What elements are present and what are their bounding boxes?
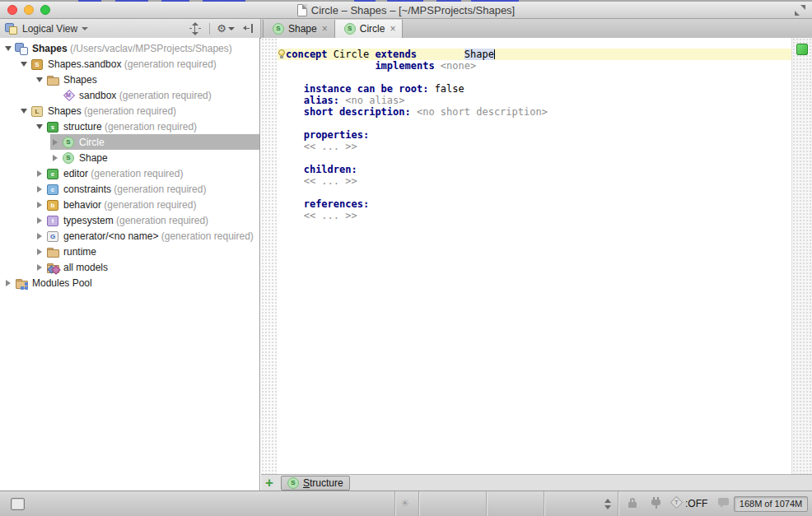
code-segment: references: [304, 198, 369, 210]
tree-item-suffix: (generation required) [101, 199, 196, 211]
tree-expand-closed-icon[interactable] [35, 228, 44, 244]
modules-pool-icon [15, 277, 29, 290]
scroll-from-source-icon[interactable] [189, 23, 201, 35]
code-segment [411, 106, 417, 118]
tree-expand-open-icon[interactable] [3, 40, 13, 56]
concept-editor[interactable]: concept Circle extends Shape implements … [261, 38, 812, 474]
tree-row-editor[interactable]: eeditor (generation required) [0, 165, 259, 181]
chevron-down-icon[interactable] [82, 27, 88, 30]
tool-row: Logical View ⚙ SShape×SCircle× [0, 19, 812, 39]
tree-item-label: Shapes [63, 74, 97, 86]
tree-row-constraints[interactable]: cconstraints (generation required) [0, 181, 259, 197]
project-tree[interactable]: Shapes (/Users/vaclav/MPSProjects/Shapes… [0, 38, 260, 490]
close-tab-icon[interactable]: × [390, 24, 395, 34]
code-segment [286, 106, 304, 118]
main-area: Shapes (/Users/vaclav/MPSProjects/Shapes… [0, 38, 812, 490]
project-icon [15, 42, 29, 55]
editor-column: concept Circle extends Shape implements … [261, 38, 812, 490]
tree-item-label: runtime [63, 246, 96, 258]
editor-tab-circle[interactable]: SCircle× [335, 20, 404, 38]
aspect-constraints-icon: c [46, 183, 60, 196]
add-aspect-button[interactable]: + [261, 476, 278, 490]
tree-item-label: Shape [79, 152, 108, 164]
tree-row-behavior[interactable]: bbehavior (generation required) [0, 197, 259, 212]
tree-expand-closed-icon[interactable] [35, 181, 44, 197]
tree-item-suffix: (generation required) [121, 58, 216, 70]
tree-expand-closed-icon[interactable] [35, 165, 44, 181]
tree-item-suffix: (generation required) [82, 105, 176, 117]
intention-bulb-icon[interactable] [278, 49, 286, 59]
notification-bubble-icon[interactable] [718, 498, 729, 505]
tree-row-shapes[interactable]: Shapes [0, 72, 259, 87]
close-window-button[interactable] [7, 5, 17, 15]
concept-icon: S [62, 151, 76, 165]
tree-item-label: all models [63, 262, 108, 273]
memory-indicator[interactable]: 168M of 1074M [734, 496, 808, 512]
tree-item-label: behavior [63, 199, 101, 211]
document-icon [297, 4, 307, 16]
minimize-window-button[interactable] [24, 5, 34, 15]
tree-expand-open-icon[interactable] [19, 103, 29, 119]
tree-item-label: Modules Pool [32, 277, 92, 289]
typesystem-status[interactable]: :OFF [685, 498, 707, 509]
tree-expand-closed-icon[interactable] [35, 259, 44, 275]
stepper-arrows-icon[interactable] [604, 499, 612, 509]
tree-row-generator-no-name[interactable]: Ggenerator/<no name> (generation require… [0, 228, 259, 244]
code-line: << ... >> [278, 141, 792, 152]
mps-ide-window: Circle – Shapes – [~/MPSProjects/Shapes]… [0, 0, 812, 516]
tree-expand-closed-icon[interactable] [35, 244, 44, 259]
hide-panel-icon[interactable] [243, 23, 254, 34]
tree-row-structure[interactable]: sstructure (generation required) [0, 119, 259, 134]
tree-row-circle[interactable]: SCircle [0, 134, 259, 150]
language-icon: L [30, 105, 44, 118]
lock-icon[interactable] [628, 498, 637, 509]
code-area[interactable]: concept Circle extends Shape implements … [278, 38, 792, 474]
code-segment [286, 175, 304, 187]
folder-icon [46, 73, 60, 86]
tree-item-label: sandbox [79, 90, 116, 101]
code-segment [286, 198, 304, 210]
tree-expand-closed-icon[interactable] [3, 275, 13, 291]
error-stripe[interactable] [791, 38, 812, 474]
tree-row-sandbox[interactable]: Msandbox (generation required) [0, 87, 259, 103]
code-segment: properties: [304, 129, 369, 141]
fullscreen-icon[interactable] [795, 5, 805, 16]
tree-row-runtime[interactable]: runtime [0, 244, 259, 259]
settings-gear-icon[interactable]: ⚙ [217, 23, 235, 35]
tree-expand-closed-icon[interactable] [35, 197, 44, 212]
tree-expand-open-icon[interactable] [19, 56, 29, 72]
editor-tab-bar: SShape×SCircle× [261, 19, 812, 38]
background-tasks-icon[interactable]: ☀ [400, 497, 410, 509]
editor-tab-shape[interactable]: SShape× [263, 20, 335, 38]
tree-row-all-models[interactable]: all models [0, 259, 259, 275]
view-selector-label[interactable]: Logical View [22, 23, 77, 35]
tree-row-shapes[interactable]: Shapes (/Users/vaclav/MPSProjects/Shapes… [0, 40, 259, 56]
code-segment: alias: [304, 95, 339, 106]
folder-icon [46, 245, 60, 258]
close-tab-icon[interactable]: × [322, 24, 328, 34]
tree-row-modules-pool[interactable]: Modules Pool [0, 275, 259, 291]
tree-row-shapes[interactable]: LShapes (generation required) [0, 103, 259, 119]
code-segment: << ... >> [304, 210, 357, 221]
typesystem-t-icon[interactable]: T [670, 496, 684, 509]
tree-item-suffix: (generation required) [158, 230, 253, 242]
code-segment: children: [304, 164, 357, 175]
toggle-toolwindows-icon[interactable] [11, 498, 25, 510]
tree-expand-closed-icon[interactable] [50, 134, 60, 150]
code-segment [417, 49, 464, 60]
code-segment: <no short description> [417, 106, 548, 118]
zoom-window-button[interactable] [40, 5, 50, 15]
tree-expand-open-icon[interactable] [35, 119, 44, 134]
tab-structure[interactable]: S Structure [281, 476, 350, 490]
tree-item-suffix: (generation required) [114, 215, 208, 226]
plug-icon[interactable] [651, 497, 661, 509]
tree-expand-open-icon[interactable] [35, 72, 44, 87]
tree-row-typesystem[interactable]: ttypesystem (generation required) [0, 212, 259, 228]
tree-row-shapes-sandbox[interactable]: SShapes.sandbox (generation required) [0, 56, 259, 72]
tree-expand-closed-icon[interactable] [35, 212, 44, 228]
tree-expand-closed-icon[interactable] [50, 150, 60, 165]
tree-item-label: constraints [63, 184, 111, 195]
code-line: children: [278, 164, 792, 175]
tree-row-shape[interactable]: SShape [0, 150, 259, 165]
window-titlebar[interactable]: Circle – Shapes – [~/MPSProjects/Shapes] [0, 2, 812, 19]
